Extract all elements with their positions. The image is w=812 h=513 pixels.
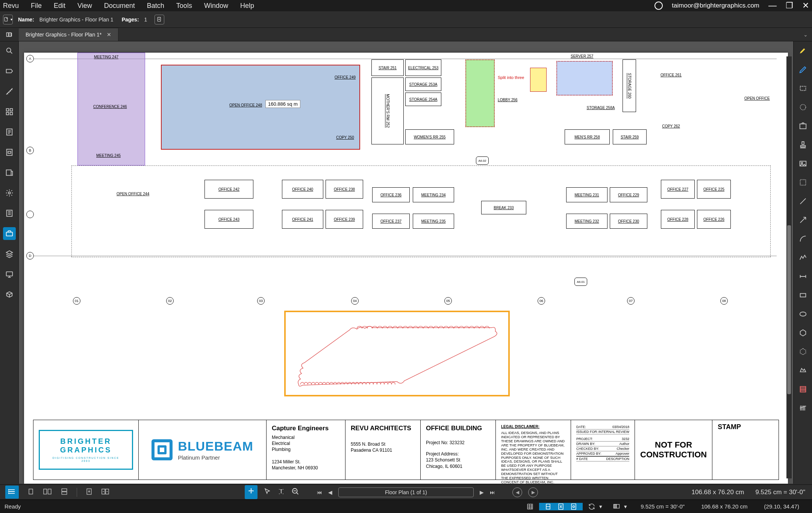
room-womens-rr: WOMEN'S RR 255 — [405, 129, 454, 144]
room-office-249: OFFICE 249 — [332, 67, 359, 87]
dimension-icon[interactable] — [797, 270, 809, 283]
search-icon[interactable] — [3, 44, 16, 57]
menu-batch[interactable]: Batch — [147, 2, 164, 10]
add-page-button[interactable] — [155, 15, 164, 24]
vertical-scrollbar[interactable] — [786, 56, 792, 478]
tab-close-icon[interactable]: ✕ — [107, 32, 111, 38]
svg-rect-17 — [800, 87, 806, 91]
select-icon[interactable] — [264, 488, 271, 496]
cloud-icon[interactable] — [797, 101, 809, 114]
status-ready: Ready — [5, 503, 21, 510]
pan-icon[interactable] — [245, 485, 258, 499]
next-view-icon[interactable]: ▶ — [528, 487, 538, 497]
snapshot-icon[interactable] — [797, 120, 809, 132]
prev-page-icon[interactable]: ◀ — [328, 489, 332, 495]
ellipse-icon[interactable] — [797, 308, 809, 320]
first-page-icon[interactable]: ⏮ — [317, 489, 322, 495]
single-page-icon[interactable] — [27, 488, 35, 496]
layers-icon[interactable] — [3, 247, 16, 260]
count-icon[interactable] — [797, 402, 809, 414]
menu-file[interactable]: File — [31, 2, 42, 10]
markup-tag-icon[interactable] — [3, 65, 16, 77]
split-horizontal-icon[interactable] — [60, 488, 68, 496]
document-tab-title: Brighter Graphics - Floor Plan 1* — [26, 32, 102, 38]
floor-plan: MEETING 247 CONFERENCE 246 MEETING 245 O… — [41, 53, 779, 293]
thumbnails-tab-button[interactable] — [0, 28, 19, 41]
window-close-icon[interactable]: ✕ — [802, 1, 809, 11]
import-page-icon[interactable] — [85, 488, 93, 496]
status-bar: Ready ▾ ▾ 9.525 cm = 30'-0" 106.68 x 76.… — [0, 499, 812, 513]
tb-brighter-logo: BRIGHTER GRAPHICS DIGITISING CONSTRUCTIO… — [33, 420, 139, 480]
toolchest-icon[interactable] — [3, 227, 16, 240]
capture-body: Mechanical Electrical Plumbing 1234 Mill… — [272, 434, 340, 471]
measure-icon[interactable] — [3, 85, 16, 98]
split-vertical-icon[interactable] — [43, 488, 52, 496]
grid-icon[interactable] — [3, 105, 16, 118]
signatures-icon[interactable] — [3, 166, 16, 179]
grid-d: D — [26, 252, 34, 260]
studio-icon[interactable] — [3, 268, 16, 281]
tb-capture: Capture Engineers Mechanical Electrical … — [267, 420, 345, 480]
stamp-icon[interactable] — [797, 138, 809, 151]
line-icon[interactable] — [797, 195, 809, 208]
tab-strip: Brighter Graphics - Floor Plan 1* ✕ ⌄ — [0, 28, 812, 41]
links-icon[interactable] — [3, 146, 16, 159]
crop-icon[interactable] — [797, 176, 809, 189]
rect-select-icon[interactable] — [797, 82, 809, 95]
menu-view[interactable]: View — [77, 2, 92, 10]
document-menu-button[interactable] — [3, 15, 13, 24]
tabs-overflow-button[interactable]: ⌄ — [799, 28, 812, 41]
cloud-annotation-frame[interactable] — [284, 311, 510, 396]
3d-icon[interactable] — [3, 288, 16, 301]
gear-icon[interactable] — [3, 187, 16, 199]
text-select-icon[interactable] — [277, 488, 285, 496]
takeoff-conference[interactable] — [77, 53, 145, 165]
window-restore-icon[interactable]: ❐ — [786, 1, 793, 11]
compare-icon[interactable] — [101, 488, 109, 496]
polyline-icon[interactable] — [797, 251, 809, 264]
area-badge-open-office: 160.886 sq m — [265, 100, 300, 108]
pen-icon[interactable] — [797, 63, 809, 76]
pages-value: 1 — [144, 17, 147, 23]
panel-list-icon[interactable] — [5, 486, 19, 499]
menu-edit[interactable]: Edit — [54, 2, 65, 10]
room-copy-250: COPY 250 — [332, 128, 359, 147]
menu-tools[interactable]: Tools — [176, 2, 192, 10]
document-canvas[interactable]: A B D 01 02 03 04 05 06 07 08 MEETING 24… — [19, 41, 793, 484]
takeoff-yellow[interactable] — [530, 68, 547, 92]
image-icon[interactable] — [797, 157, 809, 170]
account-logo-icon — [654, 2, 663, 10]
window-minimize-icon[interactable]: — — [768, 1, 777, 11]
zoom-out-icon[interactable] — [291, 487, 300, 497]
arc-icon[interactable] — [797, 232, 809, 245]
account-email[interactable]: taimoor@brightergraphics.com — [672, 2, 759, 9]
grid-snap-group[interactable] — [521, 503, 539, 510]
takeoff-server[interactable] — [556, 61, 613, 96]
svg-rect-40 — [571, 504, 576, 509]
document-tab[interactable]: Brighter Graphics - Floor Plan 1* ✕ — [19, 28, 118, 41]
form-icon[interactable] — [3, 126, 16, 138]
hatch-icon[interactable] — [797, 383, 809, 396]
sketch-cloud-icon[interactable] — [797, 364, 809, 377]
split-note: Split into three — [498, 75, 524, 80]
rectangle-icon[interactable] — [797, 289, 809, 302]
page-indicator[interactable]: Floor Plan (1 of 1) — [338, 487, 474, 497]
arrow-icon[interactable] — [797, 214, 809, 226]
menu-window[interactable]: Window — [204, 2, 228, 10]
prev-view-icon[interactable]: ◀ — [512, 487, 522, 497]
menu-revu[interactable]: Revu — [3, 2, 19, 10]
takeoff-green[interactable] — [465, 59, 495, 127]
snap-modes-group[interactable] — [539, 503, 583, 510]
next-page-icon[interactable]: ▶ — [480, 489, 484, 495]
sync-group[interactable]: ▾ — [583, 503, 607, 510]
highlighter-icon[interactable] — [797, 44, 809, 57]
menu-document[interactable]: Document — [104, 2, 135, 10]
last-page-icon[interactable]: ⏭ — [490, 489, 495, 495]
takeoff-open-office[interactable] — [161, 65, 360, 150]
properties-icon[interactable] — [3, 207, 16, 220]
callout-poly-icon[interactable] — [797, 345, 809, 358]
polygon-icon[interactable] — [797, 326, 809, 339]
status-scale[interactable]: 9.525 cm = 30'-0" — [632, 503, 693, 510]
menu-help[interactable]: Help — [240, 2, 254, 10]
dimmer-group[interactable]: ▾ — [607, 503, 632, 510]
